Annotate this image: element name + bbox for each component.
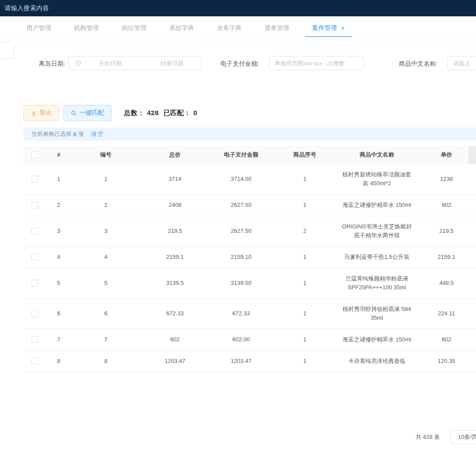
row-total-price: 602 [141,329,209,350]
row-unit-price: 602 [417,194,476,216]
row-checkbox[interactable] [31,176,38,183]
row-product-name: 海蓝之谜修护精萃水 150ml [337,329,417,350]
row-epay-amount: 2627.50 [209,194,273,216]
selection-count: 0 [73,131,76,138]
table-row[interactable]: 1 1 3714 3714.00 1 植村秀新琥珀臻萃洁颜油套装 450ml*2… [23,164,476,194]
row-product-name: 卡诗菁纯亮泽经典香氛 [337,350,417,372]
row-code: 8 [71,350,141,372]
download-icon [31,110,37,116]
tab-case-management[interactable]: 案件管理 × [312,16,345,40]
row-code: 7 [71,329,141,350]
toolbar: 导出 一键匹配 总数：428 已匹配：0 [23,105,200,121]
table-row[interactable]: 8 8 1203.47 1203.47 1 卡诗菁纯亮泽经典香氛 120.35 [23,350,476,372]
one-key-match-label: 一键匹配 [79,109,104,117]
table-row[interactable]: 5 5 3139.5 3139.50 1 兰蔻菁纯臻颜精华粉底液SPF20PA+… [23,268,476,298]
table-scrollbar-gutter [469,146,476,164]
end-date-input[interactable] [143,60,201,67]
row-unit-price: 1238 [417,164,476,194]
row-product-serial: 1 [273,246,337,268]
row-unit-price: 219.5 [417,216,476,246]
match-counts: 总数：428 已匹配：0 [124,109,200,117]
row-index: 8 [46,350,71,372]
row-product-serial: 1 [273,164,337,194]
col-code: 编号 [71,146,141,164]
product-name-input[interactable] [448,60,476,67]
row-checkbox[interactable] [31,358,38,365]
tab-system-dict[interactable]: 系统字典 [169,16,194,40]
row-index: 2 [46,194,71,216]
row-checkbox[interactable] [31,228,38,235]
select-all-checkbox[interactable] [31,151,38,158]
row-product-serial: 1 [273,268,337,298]
top-navbar: 请输入搜索内容 [0,0,476,16]
clock-icon [75,60,81,66]
row-checkbox-cell [23,298,46,329]
row-index: 4 [46,246,71,268]
col-total-price: 总价 [141,146,209,164]
row-checkbox[interactable] [31,254,38,261]
search-icon [71,110,77,116]
row-checkbox-cell [23,164,46,194]
one-key-match-button[interactable]: 一键匹配 [63,105,112,121]
export-button-label: 导出 [39,109,52,117]
global-search-input[interactable]: 请输入搜索内容 [4,0,49,16]
clear-selection-link[interactable]: 清空 [91,130,104,138]
row-checkbox[interactable] [31,280,38,287]
epay-amount-label: 电子支付金额: [220,56,259,71]
row-unit-price: 448.5 [417,268,476,298]
row-code: 6 [71,298,141,329]
row-product-serial: 1 [273,298,337,329]
table-row[interactable]: 6 6 672.33 672.33 1 植村秀羽纱持妆粉底液 584 35ml … [23,298,476,329]
row-total-price: 1203.47 [141,350,209,372]
data-table: # 编号 总价 电子支付金额 商品序号 商品中文名称 单价 1 1 3714 3… [23,146,476,399]
filter-row: 离岛日期: - 电子支付金额: 商品中文名称: [0,56,476,72]
row-checkbox[interactable] [31,202,38,209]
table-header-row: # 编号 总价 电子支付金额 商品序号 商品中文名称 单价 [23,146,476,164]
pagination-total: 共 428 条 [416,430,440,444]
row-checkbox[interactable] [31,336,38,343]
tab-business-dict[interactable]: 业务字典 [217,16,242,40]
row-unit-price: 2159.1 [417,246,476,268]
table-row[interactable]: 2 2 2408 2627.50 1 海蓝之谜修护精萃水 150ml 602 [23,194,476,216]
row-epay-amount: 602.00 [209,329,273,350]
export-button[interactable]: 导出 [23,105,59,121]
tab-case-management-label: 案件管理 [312,24,337,32]
col-epay-amount: 电子支付金额 [209,146,273,164]
row-index: 6 [46,298,71,329]
row-product-serial: 1 [273,194,337,216]
row-epay-amount: 3139.50 [209,268,273,298]
row-code: 5 [71,268,141,298]
row-unit-price: 602 [417,329,476,350]
table-row[interactable]: 4 4 2159.1 2159.10 1 马爹利蓝带干邑1.5公升装 2159.… [23,246,476,268]
col-unit-price: 单价 [417,146,476,164]
row-checkbox-cell [23,216,46,246]
row-product-name: 海蓝之谜修护精萃水 150ml [337,194,417,216]
date-range-separator: - [139,60,143,67]
row-epay-amount: 672.33 [209,298,273,329]
table-row[interactable]: 3 3 219.5 2627.50 2 ORIGINS韦博士灵芝焕能好底子精华水… [23,216,476,246]
tab-post-management[interactable]: 岗位管理 [122,16,146,40]
row-checkbox[interactable] [31,310,38,317]
page-size-select[interactable]: 10条/页 [450,430,476,444]
pagination-bar: 共 428 条 10条/页 [0,430,476,444]
row-total-price: 3714 [141,164,209,194]
row-index: 7 [46,329,71,350]
row-code: 2 [71,194,141,216]
matched-value: 0 [193,109,197,116]
table-row[interactable]: 7 7 602 602.00 1 海蓝之谜修护精萃水 150ml 602 [23,329,476,350]
select-all-cell [23,146,46,164]
depart-date-range-picker[interactable]: - [68,56,201,70]
tab-user-management[interactable]: 用户管理 [26,16,51,40]
tab-menu-management[interactable]: 菜单管理 [264,16,289,40]
epay-amount-input[interactable] [269,60,364,67]
total-value: 428 [147,109,159,116]
close-icon[interactable]: × [341,25,345,31]
row-checkbox-cell [23,246,46,268]
selection-suffix: 项 [78,130,84,138]
start-date-input[interactable] [81,60,139,67]
product-name-label: 商品中文名称: [399,56,438,71]
row-total-price: 219.5 [141,216,209,246]
row-product-name: 植村秀新琥珀臻萃洁颜油套装 450ml*2 [337,164,417,194]
tab-org-management[interactable]: 机构管理 [74,16,99,40]
row-index: 1 [46,164,71,194]
